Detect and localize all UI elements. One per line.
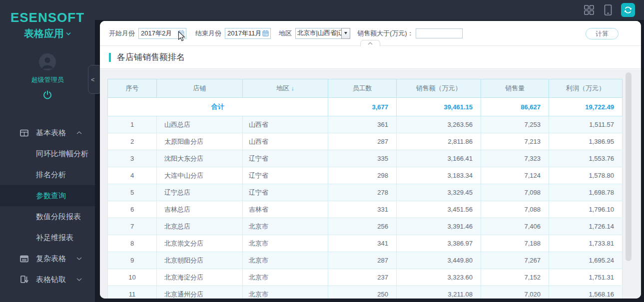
cell: 北京海淀分店 (157, 269, 243, 286)
cell: 2 (108, 133, 157, 150)
end-month-input[interactable] (227, 29, 262, 37)
cell: 8 (108, 235, 157, 252)
start-month-label: 开始月份 (109, 29, 135, 38)
cell: 287 (328, 133, 397, 150)
cell: 1,796.10 (549, 201, 623, 218)
cell: 3,391.46 (397, 218, 481, 235)
cell: 3,183.34 (397, 167, 481, 184)
table-header-row: 序号店铺地区 ↓员工数销售额（万元）销售量利润（万元） (108, 79, 623, 98)
cell: 7,152 (481, 269, 549, 286)
cell: 北京朝阳分店 (157, 252, 243, 269)
dropdown-button[interactable] (341, 28, 350, 39)
column-header-2[interactable]: 地区 ↓ (243, 79, 328, 98)
table-row-6: 6吉林总店吉林省3313,451.567,0881,796.10 (108, 201, 623, 218)
cell: 7,213 (481, 133, 549, 150)
sidebar-item-param-query[interactable]: 参数查询 (0, 185, 95, 206)
cell: 1,386.95 (549, 133, 623, 150)
cell: 3,451.56 (397, 201, 481, 218)
sidebar-item-yoy-analysis[interactable]: 同环比增幅分析 (0, 143, 95, 164)
table-row-7: 7北京总店北京市2563,391.467,4061,726.14 (108, 218, 623, 235)
end-month-label: 结束月份 (195, 29, 221, 38)
region-select-value[interactable]: 北京市|山西省|辽 (295, 28, 341, 39)
summary-label: 合计 (108, 98, 328, 116)
table-row-2: 2太原阳曲分店山西省2872,811.867,2131,386.95 (108, 133, 623, 150)
cell: 北京崇文分店 (157, 235, 243, 252)
table-row-4: 4大连中山分店辽宁省2983,183.347,1241,578.80 (108, 167, 623, 184)
vertical-scrollbar[interactable] (626, 72, 632, 261)
filter-collapse-tab[interactable] (360, 40, 380, 46)
table-row-10: 10北京海淀分店北京市2373,323.607,1521,751.31 (108, 269, 623, 286)
calculate-button[interactable]: 计算 (586, 28, 619, 39)
column-header-5[interactable]: 销售量 (481, 79, 549, 98)
region-select: 北京市|山西省|辽 (295, 28, 350, 39)
cell: 1,511.57 (549, 116, 623, 133)
summary-value-0: 3,677 (328, 98, 397, 116)
calendar-icon[interactable] (262, 30, 269, 36)
chevron-up-icon (368, 42, 373, 45)
topbar-icons (583, 0, 635, 20)
sort-desc-icon: ↓ (289, 84, 294, 92)
chevron-up-icon (76, 131, 82, 135)
sidebar-item-complete-dim[interactable]: 补足维报表 (0, 227, 95, 248)
cell: 1 (108, 116, 157, 133)
table-row-9: 9北京朝阳分店北京市2873,449.807,2671,695.24 (108, 252, 623, 269)
summary-value-1: 39,461.15 (397, 98, 481, 116)
cell: 北京市 (243, 269, 328, 286)
table-row-8: 8北京崇文分店北京市3413,386.977,1881,733.81 (108, 235, 623, 252)
table-icon (20, 129, 28, 137)
report-icon (20, 255, 28, 263)
sidebar-item-numeric-segment[interactable]: 数值分段报表 (0, 206, 95, 227)
column-header-6[interactable]: 利润（万元） (549, 79, 623, 98)
sidebar-menu: 基本表格 同环比增幅分析 排名分析 参数查询 数值分段报表 补足维报表 复杂表格 (0, 122, 95, 290)
sidebar-item-basic-tables[interactable]: 基本表格 (0, 122, 95, 143)
cell: 北京通州分店 (157, 286, 243, 299)
logout-power-icon[interactable] (0, 90, 95, 100)
column-header-4[interactable]: 销售额（万元） (397, 79, 481, 98)
cell: 山西总店 (157, 116, 243, 133)
sidebar-item-table-drill[interactable]: 表格钻取 (0, 269, 95, 290)
sidebar-item-complex-tables[interactable]: 复杂表格 (0, 248, 95, 269)
cell: 大连中山分店 (157, 167, 243, 184)
person-icon (39, 53, 56, 70)
cell: 北京市 (243, 235, 328, 252)
grid-layout-icon[interactable] (583, 4, 595, 16)
calendar-icon[interactable] (178, 30, 184, 36)
cell: 1,553.76 (549, 150, 623, 167)
main-panel: 开始月份 结束月份 地区 北京市|山西省|辽 销售额大于(万元)： 计算 各 (100, 21, 641, 299)
chevron-left-icon: < (91, 76, 95, 83)
cell: 6 (108, 201, 157, 218)
start-month-field (138, 28, 186, 39)
refresh-button[interactable] (621, 3, 635, 17)
sales-ranking-table: 序号店铺地区 ↓员工数销售额（万元）销售量利润（万元） 合计3,67739,46… (107, 79, 623, 299)
cell: 1,578.80 (549, 167, 623, 184)
cell: 1,733.81 (549, 235, 623, 252)
table-row-11: 11北京通州分店北京市2503,211.087,0201,568.16 (108, 286, 623, 299)
device-preview-icon[interactable] (602, 4, 614, 16)
cell: 256 (328, 218, 397, 235)
chevron-down-icon[interactable] (66, 32, 71, 35)
logo-subtitle: 表格应用 (24, 27, 64, 40)
cell: 辽宁省 (243, 184, 328, 201)
cell: 吉林省 (243, 201, 328, 218)
table-row-5: 5辽宁总店辽宁省2783,329.457,0981,698.78 (108, 184, 623, 201)
column-header-3[interactable]: 员工数 (328, 79, 397, 98)
topbar (95, 0, 644, 20)
cell: 3,449.80 (397, 252, 481, 269)
avatar[interactable] (39, 53, 56, 70)
cell: 7,267 (481, 252, 549, 269)
start-month-input[interactable] (141, 29, 178, 37)
table-row-1: 1山西总店山西省3613,263.567,2531,511.57 (108, 116, 623, 133)
sidebar-item-ranking-analysis[interactable]: 排名分析 (0, 164, 95, 185)
column-header-0[interactable]: 序号 (108, 79, 157, 98)
cell: 1,726.14 (549, 218, 623, 235)
cell: 山西省 (243, 116, 328, 133)
column-header-1[interactable]: 店铺 (157, 79, 243, 98)
cell: 11 (108, 286, 157, 299)
sales-gt-input[interactable] (416, 28, 463, 38)
cell: 7,088 (481, 201, 549, 218)
chevron-down-icon (76, 257, 82, 261)
cell: 341 (328, 235, 397, 252)
cell: 北京总店 (157, 218, 243, 235)
cell: 3 (108, 150, 157, 167)
summary-value-3: 19,722.49 (549, 98, 623, 116)
